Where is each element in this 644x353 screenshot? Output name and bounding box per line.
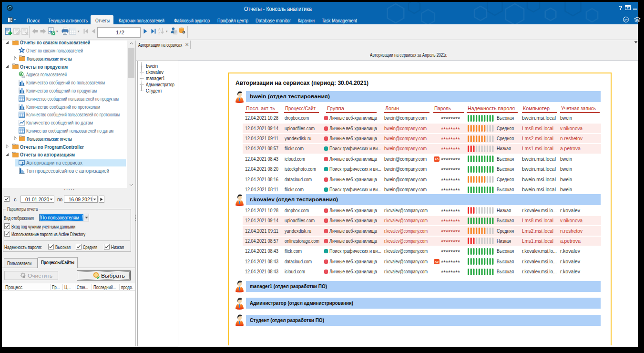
svg-text:API: API (624, 19, 628, 21)
svg-text:AD: AD (435, 260, 439, 263)
svg-text:AD: AD (435, 158, 439, 161)
svg-text:A: A (158, 28, 161, 31)
svg-text:Z: Z (158, 31, 161, 35)
